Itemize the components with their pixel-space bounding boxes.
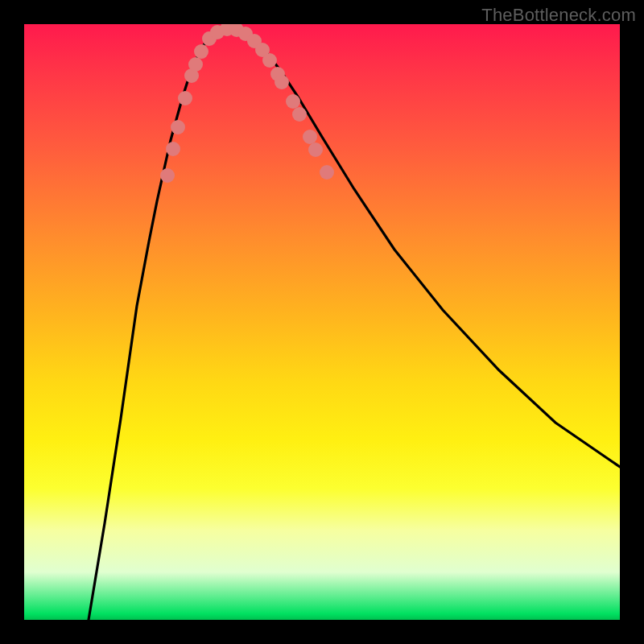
highlight-dot [166, 142, 180, 156]
highlight-dot [303, 130, 317, 144]
highlight-dot [308, 142, 323, 157]
highlight-dot [275, 75, 289, 89]
curve-group [89, 28, 620, 620]
highlight-dot [194, 44, 208, 59]
curve-plot [24, 24, 620, 620]
highlight-dot [262, 53, 277, 68]
highlight-dot [188, 57, 203, 72]
highlight-dot [320, 165, 334, 180]
watermark-text: TheBottleneck.com [481, 5, 636, 26]
highlight-dot [171, 120, 185, 134]
highlight-dot [286, 94, 300, 109]
highlight-dot [178, 91, 192, 105]
highlight-dot [160, 168, 175, 183]
bottleneck-curve [89, 28, 620, 620]
highlight-dot [292, 107, 307, 122]
marker-group [160, 24, 334, 183]
